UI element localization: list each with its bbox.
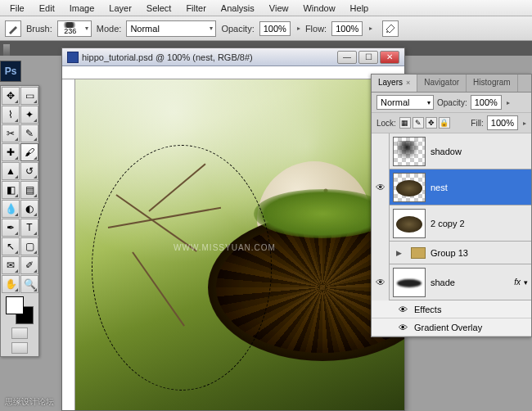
lock-transparency-icon[interactable]: ▦ [399, 117, 411, 129]
maximize-button[interactable]: ☐ [358, 51, 378, 64]
blur-tool[interactable]: 💧 [2, 200, 20, 218]
layer-group[interactable]: ▶ Group 13 [372, 242, 531, 264]
effects-label: Effects [414, 305, 441, 314]
menu-window[interactable]: Window [296, 2, 341, 15]
wand-tool[interactable]: ✦ [20, 106, 38, 124]
opacity-flyout-icon[interactable]: ▸ [297, 25, 300, 32]
layer-name[interactable]: shade [429, 278, 514, 287]
menu-edit[interactable]: Edit [33, 2, 61, 15]
marquee-tool[interactable]: ▭ [20, 87, 38, 105]
visibility-toggle[interactable]: 👁 [396, 305, 409, 314]
menu-layer[interactable]: Layer [102, 2, 138, 15]
screenmode-toggle[interactable] [11, 342, 28, 354]
effect-name: Gradient Overlay [414, 323, 482, 332]
layer-opacity-flyout[interactable]: ▸ [507, 99, 510, 106]
menu-filter[interactable]: Filter [179, 2, 212, 15]
document-titlebar[interactable]: hippo_tutorial.psd @ 100% (nest, RGB/8#)… [62, 48, 404, 66]
visibility-toggle[interactable] [372, 206, 390, 242]
effect-item[interactable]: 👁 Gradient Overlay [372, 318, 531, 336]
flow-label: Flow: [305, 24, 327, 34]
foreground-color[interactable] [6, 296, 24, 314]
effects-header[interactable]: 👁 Effects [372, 300, 531, 318]
tab-handle[interactable] [3, 44, 10, 56]
fill-label: Fill: [471, 119, 484, 128]
flow-flyout-icon[interactable]: ▸ [369, 25, 372, 32]
pen-tool[interactable]: ✒ [2, 219, 20, 237]
tab-histogram[interactable]: Histogram [467, 75, 518, 92]
layer-row[interactable]: 👁 shade fx ▾ [372, 264, 531, 300]
tool-preset-icon[interactable] [5, 20, 21, 37]
ruler-vertical[interactable] [62, 79, 75, 410]
lasso-tool[interactable]: ⌇ [2, 106, 20, 124]
opacity-input[interactable]: 100% [259, 21, 291, 36]
layer-row[interactable]: 2 copy 2 [372, 206, 531, 242]
close-button[interactable]: ✕ [380, 51, 399, 64]
fx-expand-icon[interactable]: ▾ [524, 278, 528, 287]
visibility-toggle[interactable]: 👁 [396, 323, 409, 332]
visibility-toggle[interactable] [372, 242, 390, 264]
opacity-label: Opacity: [221, 24, 254, 34]
svg-point-0 [386, 31, 388, 33]
layer-name[interactable]: 2 copy 2 [429, 219, 531, 228]
layer-name[interactable]: nest [429, 183, 531, 192]
path-tool[interactable]: ↖ [2, 237, 20, 255]
menu-help[interactable]: Help [344, 2, 376, 15]
brush-size-value: 236 [64, 28, 76, 35]
group-expand-icon[interactable]: ▶ [390, 249, 408, 257]
color-swatches[interactable] [6, 296, 34, 324]
visibility-toggle[interactable]: 👁 [372, 169, 390, 206]
fx-badge[interactable]: fx [514, 278, 521, 287]
group-name[interactable]: Group 13 [429, 248, 531, 258]
dodge-tool[interactable]: ◐ [20, 200, 38, 218]
eyedropper-tool[interactable]: ✐ [20, 256, 38, 274]
minimize-button[interactable]: — [337, 51, 357, 64]
brush-tool[interactable]: 🖌 [20, 143, 38, 161]
menu-analysis[interactable]: Analysis [214, 2, 261, 15]
menu-view[interactable]: View [263, 2, 295, 15]
brush-picker[interactable]: 236 [57, 20, 92, 37]
blend-mode-select[interactable]: Normal [126, 20, 216, 37]
layer-row[interactable]: 👁 nest [372, 169, 531, 206]
fill-input[interactable]: 100% [487, 115, 518, 130]
slice-tool[interactable]: ✎ [20, 124, 38, 142]
menu-image[interactable]: Image [63, 2, 101, 15]
move-tool[interactable]: ✥ [2, 87, 20, 105]
airbrush-toggle[interactable] [382, 20, 399, 37]
layer-thumb[interactable] [393, 209, 426, 238]
lock-position-icon[interactable]: ✥ [426, 117, 437, 129]
type-tool[interactable]: T [20, 219, 38, 237]
notes-tool[interactable]: ✉ [2, 256, 20, 274]
flow-input[interactable]: 100% [331, 21, 363, 36]
stamp-tool[interactable]: ▲ [2, 162, 20, 180]
layer-opacity-label: Opacity: [437, 98, 467, 107]
fill-flyout[interactable]: ▸ [523, 120, 526, 127]
hand-tool[interactable]: ✋ [2, 275, 20, 293]
visibility-toggle[interactable]: 👁 [372, 264, 390, 300]
layer-name[interactable]: shadow [429, 147, 531, 156]
crop-tool[interactable]: ✂ [2, 124, 20, 142]
tab-layers[interactable]: Layers [372, 75, 417, 92]
layer-thumb[interactable] [393, 173, 426, 202]
layer-thumb[interactable] [393, 137, 426, 166]
visibility-toggle[interactable] [372, 133, 390, 169]
menu-select[interactable]: Select [140, 2, 178, 15]
lock-pixels-icon[interactable]: ✎ [413, 117, 424, 129]
gradient-tool[interactable]: ▤ [20, 181, 38, 199]
layer-row[interactable]: shadow [372, 133, 531, 169]
history-brush-tool[interactable]: ↺ [20, 162, 38, 180]
canvas[interactable]: WWW.MISSYUAN.COM [75, 79, 404, 410]
healing-tool[interactable]: ✚ [2, 143, 20, 161]
options-bar: Brush: 236 Mode: Normal Opacity: 100%▸ F… [0, 16, 532, 41]
eraser-tool[interactable]: ◧ [2, 181, 20, 199]
layer-opacity-input[interactable]: 100% [471, 95, 502, 110]
zoom-tool[interactable]: 🔍 [20, 275, 38, 293]
lock-all-icon[interactable]: 🔒 [439, 117, 450, 129]
ruler-horizontal[interactable] [62, 66, 404, 79]
quickmask-toggle[interactable] [11, 327, 28, 339]
menu-file[interactable]: File [3, 2, 31, 15]
layer-blend-mode[interactable]: Normal [376, 95, 434, 110]
layers-panel: Layers Navigator Histogram Normal Opacit… [371, 74, 532, 337]
shape-tool[interactable]: ▢ [20, 237, 38, 255]
layer-thumb[interactable] [393, 268, 426, 297]
tab-navigator[interactable]: Navigator [417, 75, 467, 92]
